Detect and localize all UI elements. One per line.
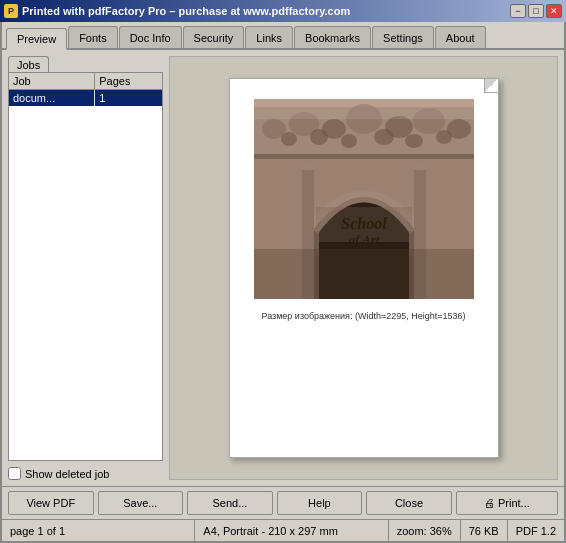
print-label: Print...: [498, 497, 530, 509]
job-table-container: Job Pages docum... 1: [8, 72, 163, 461]
tab-about[interactable]: About: [435, 26, 486, 48]
page-info: page 1 of 1: [2, 520, 195, 541]
tab-fonts[interactable]: Fonts: [68, 26, 118, 48]
col-pages: Pages: [95, 73, 162, 90]
svg-point-13: [310, 129, 328, 145]
svg-point-14: [341, 134, 357, 148]
title-controls: − □ ✕: [510, 4, 562, 18]
svg-rect-20: [300, 164, 316, 170]
size-info: 76 KB: [461, 520, 508, 541]
tab-bookmarks[interactable]: Bookmarks: [294, 26, 371, 48]
table-row[interactable]: docum... 1: [9, 90, 162, 107]
page-corner: [484, 79, 498, 93]
page-info-text: page 1 of 1: [10, 525, 65, 537]
preview-panel: School of Art Размер изображения: (Width…: [169, 56, 558, 480]
paper-info-text: A4, Portrait - 210 x 297 mm: [203, 525, 338, 537]
tab-settings[interactable]: Settings: [372, 26, 434, 48]
help-button[interactable]: Help: [277, 491, 363, 515]
title-bar: P Printed with pdfFactory Pro – purchase…: [0, 0, 566, 22]
tab-docinfo[interactable]: Doc Info: [119, 26, 182, 48]
page-preview: School of Art Размер изображения: (Width…: [229, 78, 499, 458]
building-svg: School of Art: [254, 99, 474, 299]
status-bar: page 1 of 1 A4, Portrait - 210 x 297 mm …: [2, 519, 564, 541]
svg-rect-26: [254, 249, 474, 299]
tab-preview[interactable]: Preview: [6, 28, 67, 50]
tab-links[interactable]: Links: [245, 26, 293, 48]
svg-text:School: School: [341, 215, 387, 232]
title-text: Printed with pdfFactory Pro – purchase a…: [22, 5, 350, 17]
svg-point-15: [374, 129, 394, 145]
svg-point-12: [281, 132, 297, 146]
title-bar-left: P Printed with pdfFactory Pro – purchase…: [4, 4, 350, 18]
sub-tab-jobs[interactable]: Jobs: [8, 56, 49, 73]
image-caption: Размер изображения: (Width=2295, Height=…: [261, 311, 465, 321]
svg-rect-21: [412, 164, 428, 170]
col-job: Job: [9, 73, 95, 90]
send-button[interactable]: Send...: [187, 491, 273, 515]
svg-point-17: [436, 130, 452, 144]
version-info-text: PDF 1.2: [516, 525, 556, 537]
tabs-row: Preview Fonts Doc Info Security Links Bo…: [2, 22, 564, 50]
job-name: docum...: [9, 90, 95, 107]
show-deleted-label[interactable]: Show deleted job: [25, 468, 109, 480]
printer-icon: 🖨: [484, 497, 495, 509]
maximize-button[interactable]: □: [528, 4, 544, 18]
sub-tabs: Jobs: [8, 56, 163, 73]
minimize-button[interactable]: −: [510, 4, 526, 18]
show-deleted-checkbox[interactable]: [8, 467, 21, 480]
app-icon: P: [4, 4, 18, 18]
version-info: PDF 1.2: [508, 520, 564, 541]
svg-rect-27: [254, 99, 474, 119]
paper-info: A4, Portrait - 210 x 297 mm: [195, 520, 388, 541]
left-panel: Jobs Job Pages docum... 1: [8, 56, 163, 480]
svg-rect-4: [254, 154, 474, 159]
zoom-info-text: zoom: 36%: [397, 525, 452, 537]
job-table: Job Pages docum... 1: [9, 73, 162, 106]
view-pdf-button[interactable]: View PDF: [8, 491, 94, 515]
size-info-text: 76 KB: [469, 525, 499, 537]
show-deleted-area: Show deleted job: [8, 467, 163, 480]
button-bar: View PDF Save... Send... Help Close 🖨 Pr…: [2, 486, 564, 519]
content-area: Jobs Job Pages docum... 1: [2, 50, 564, 486]
zoom-info: zoom: 36%: [389, 520, 461, 541]
main-window: Preview Fonts Doc Info Security Links Bo…: [0, 22, 566, 543]
save-button[interactable]: Save...: [98, 491, 184, 515]
job-pages: 1: [95, 90, 162, 107]
close-button[interactable]: Close: [366, 491, 452, 515]
close-window-button[interactable]: ✕: [546, 4, 562, 18]
building-photo: School of Art: [254, 99, 474, 299]
svg-text:of Art: of Art: [348, 232, 379, 247]
tab-security[interactable]: Security: [183, 26, 245, 48]
print-button[interactable]: 🖨 Print...: [456, 491, 558, 515]
svg-point-16: [405, 134, 423, 148]
